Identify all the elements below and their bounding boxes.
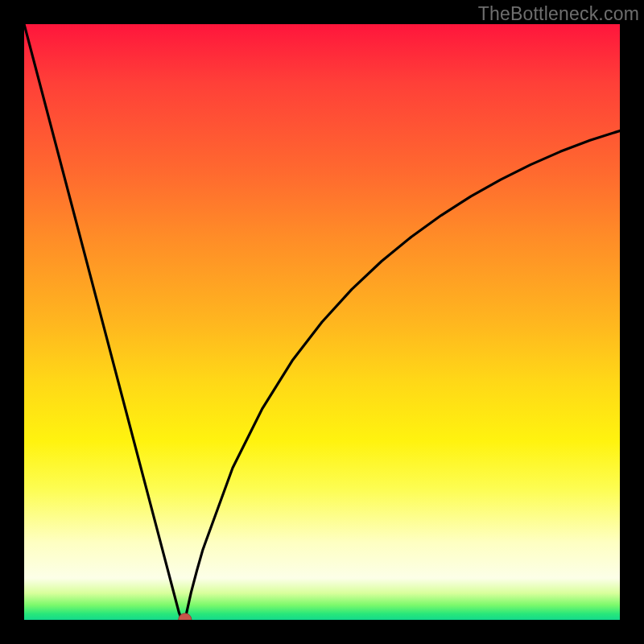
- chart-frame: TheBottleneck.com: [0, 0, 644, 644]
- svg-point-0: [179, 613, 192, 620]
- watermark-text: TheBottleneck.com: [478, 3, 639, 25]
- minimum-marker: [24, 24, 620, 620]
- plot-area: [24, 24, 620, 620]
